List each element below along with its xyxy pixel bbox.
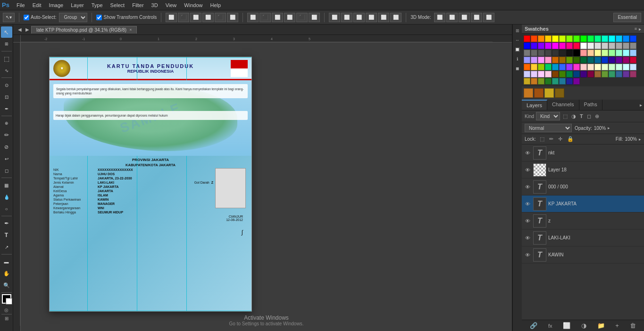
swatch-color[interactable]: [573, 78, 580, 85]
layer-fx-btn[interactable]: fx: [548, 323, 552, 329]
align-center-v-icon[interactable]: ⬛: [215, 13, 226, 22]
swatch-color[interactable]: [594, 50, 601, 56]
swatch-color[interactable]: [559, 71, 566, 77]
menu-help[interactable]: Help: [207, 1, 224, 9]
layer-item[interactable]: 👁Tz: [522, 212, 644, 229]
canvas-content[interactable]: ⚜ KARTU TANDA PENDUDUK REPUBLIK INDONESI…: [21, 42, 512, 331]
panel-icon-layers[interactable]: ⊞: [513, 26, 522, 35]
quick-select-tool[interactable]: ⊙: [1, 79, 12, 91]
tab-channels[interactable]: Channels: [547, 100, 579, 110]
swatch-color[interactable]: [602, 71, 608, 77]
swatch-color[interactable]: [559, 78, 566, 85]
menu-type[interactable]: Type: [88, 1, 106, 9]
swatch-color[interactable]: [616, 57, 622, 63]
swatch-extra[interactable]: [534, 88, 544, 98]
swatches-options-btn[interactable]: ▸: [639, 26, 641, 32]
quick-mask-btn[interactable]: ◎: [4, 307, 8, 313]
swatch-color[interactable]: [566, 57, 573, 63]
panel-icon-color[interactable]: ◼: [513, 64, 522, 73]
3d-icon-1[interactable]: ⬜: [434, 13, 445, 22]
extra-2-icon[interactable]: ⬜: [341, 13, 352, 22]
swatch-color[interactable]: [566, 35, 573, 42]
swatch-color[interactable]: [609, 57, 615, 63]
3d-icon-5[interactable]: ⬜: [483, 13, 494, 22]
swatch-color[interactable]: [609, 64, 615, 70]
swatch-color[interactable]: [552, 50, 559, 56]
swatch-color[interactable]: [538, 42, 544, 49]
layer-visibility-toggle[interactable]: 👁: [524, 251, 531, 259]
eyedropper-tool[interactable]: ✒: [1, 103, 12, 114]
clone-tool[interactable]: ⊘: [1, 141, 12, 153]
swatch-color[interactable]: [616, 35, 622, 42]
layer-adjust-btn[interactable]: ◑: [581, 322, 586, 329]
layer-item[interactable]: 👁TLAKI-LAKI: [522, 229, 644, 246]
swatch-color[interactable]: [552, 57, 559, 63]
swatch-color[interactable]: [573, 71, 580, 77]
type-tool[interactable]: T: [1, 229, 12, 241]
swatch-color[interactable]: [566, 64, 573, 70]
lock-transparent-btn[interactable]: ⬚: [539, 136, 545, 143]
layer-item[interactable]: 👁TKP JAKARTA: [522, 195, 644, 212]
history-brush-tool[interactable]: ↩: [1, 153, 12, 164]
swatch-color[interactable]: [531, 57, 537, 63]
lock-all-btn[interactable]: 🔒: [566, 136, 575, 143]
swatch-color[interactable]: [623, 50, 629, 56]
zoom-tool[interactable]: 🔍: [1, 280, 12, 291]
lasso-tool[interactable]: ∿: [1, 65, 12, 76]
align-bottom-icon[interactable]: ⬜: [227, 13, 238, 22]
swatch-color[interactable]: [609, 35, 615, 42]
swatch-color[interactable]: [545, 71, 552, 77]
swatch-color[interactable]: [602, 35, 608, 42]
swatch-color[interactable]: [538, 78, 544, 85]
swatch-color[interactable]: [524, 71, 530, 77]
swatch-color[interactable]: [573, 64, 580, 70]
move-tool[interactable]: ↖: [1, 26, 12, 38]
menu-window[interactable]: Window: [181, 1, 206, 9]
swatch-color[interactable]: [559, 57, 566, 63]
align-center-h-icon[interactable]: ⬛: [178, 13, 189, 22]
swatch-color[interactable]: [602, 50, 608, 56]
layer-visibility-toggle[interactable]: 👁: [524, 217, 531, 225]
swatch-color[interactable]: [630, 57, 636, 63]
swatch-color[interactable]: [559, 42, 566, 49]
swatch-extra[interactable]: [544, 88, 554, 98]
layer-item[interactable]: 👁Tnkt: [522, 144, 644, 161]
extra-5-icon[interactable]: ⬜: [378, 13, 389, 22]
swatch-color[interactable]: [531, 35, 537, 42]
canvas-tab[interactable]: late KTP Photoshop.psd @ 34.1% (RGB/8) ×: [31, 26, 137, 34]
layer-mask-btn[interactable]: ⬜: [563, 322, 570, 329]
swatch-color[interactable]: [559, 35, 566, 42]
shape-tool[interactable]: ▬: [1, 256, 12, 267]
swatch-color[interactable]: [566, 78, 573, 85]
swatch-color[interactable]: [531, 64, 537, 70]
auto-select-checkbox[interactable]: [24, 15, 29, 20]
layer-visibility-toggle[interactable]: 👁: [524, 149, 531, 157]
swatch-color[interactable]: [552, 78, 559, 85]
swatch-color[interactable]: [531, 42, 537, 49]
panel-icon-info[interactable]: ℹ: [513, 55, 522, 63]
panel-icon-adjust[interactable]: ↔: [513, 36, 522, 44]
tab-layers[interactable]: Layers: [522, 100, 547, 110]
heal-tool[interactable]: ⊕: [1, 118, 12, 129]
swatch-color[interactable]: [580, 42, 587, 49]
swatch-color[interactable]: [580, 50, 587, 56]
swatch-color[interactable]: [630, 64, 636, 70]
menu-edit[interactable]: Edit: [29, 1, 45, 9]
layer-visibility-toggle[interactable]: 👁: [524, 234, 531, 242]
layer-delete-btn[interactable]: 🗑: [630, 322, 636, 329]
swatch-extra[interactable]: [524, 88, 533, 98]
swatch-color[interactable]: [609, 42, 615, 49]
layer-item[interactable]: 👁Layer 18: [522, 161, 644, 178]
brush-tool[interactable]: ✏: [1, 129, 12, 141]
swatch-color[interactable]: [545, 42, 552, 49]
pen-tool[interactable]: ✒: [1, 218, 12, 229]
swatch-color[interactable]: [573, 50, 580, 56]
marquee-tool[interactable]: ⬚: [1, 53, 12, 64]
screen-mode-btn[interactable]: ⊞: [5, 316, 8, 321]
swatch-color[interactable]: [630, 35, 636, 42]
kind-select[interactable]: Kind: [536, 112, 560, 120]
swatch-color[interactable]: [587, 42, 594, 49]
swatch-color[interactable]: [623, 35, 629, 42]
swatch-color[interactable]: [559, 50, 566, 56]
eraser-tool[interactable]: ◻: [1, 165, 12, 176]
